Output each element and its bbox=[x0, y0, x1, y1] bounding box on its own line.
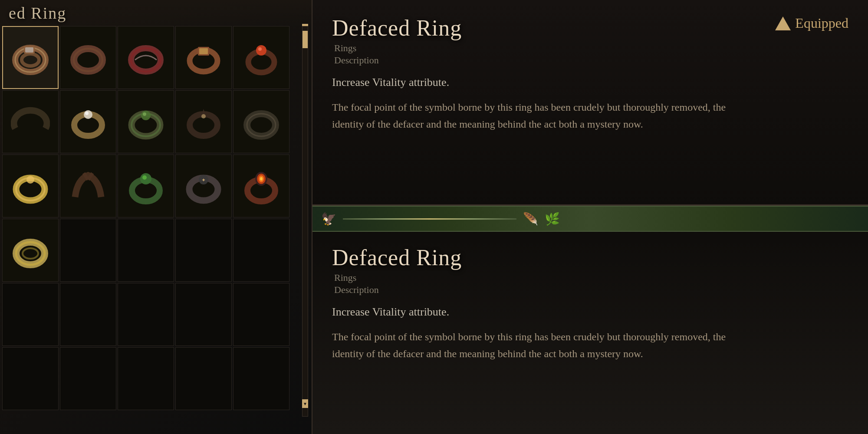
grid-cell-16[interactable] bbox=[60, 219, 116, 282]
panel-title: ed Ring bbox=[0, 0, 312, 26]
svg-point-17 bbox=[85, 112, 89, 115]
svg-point-24 bbox=[201, 114, 206, 118]
svg-text:✦: ✦ bbox=[201, 177, 206, 183]
grid-cell-3[interactable] bbox=[175, 26, 232, 89]
grid-cell-27[interactable] bbox=[118, 347, 174, 410]
ring-item-0 bbox=[9, 36, 52, 79]
svg-point-21 bbox=[143, 112, 146, 116]
scrollbar-thumb[interactable] bbox=[302, 31, 308, 48]
grid-cell-6[interactable] bbox=[60, 90, 116, 153]
equipped-triangle-icon bbox=[775, 16, 791, 30]
items-grid: ✦ bbox=[0, 24, 299, 412]
grid-cell-0[interactable] bbox=[2, 26, 59, 89]
grid-cell-24[interactable] bbox=[233, 283, 289, 346]
svg-point-34 bbox=[142, 175, 147, 180]
svg-point-14 bbox=[258, 47, 262, 51]
scroll-down-arrow[interactable]: ▼ bbox=[302, 399, 308, 408]
grid-cell-14[interactable] bbox=[233, 155, 289, 217]
svg-point-29 bbox=[26, 176, 34, 184]
svg-rect-11 bbox=[199, 48, 208, 54]
grid-cell-26[interactable] bbox=[60, 347, 116, 410]
item-name-bottom: Defaced Ring bbox=[332, 245, 848, 270]
item-description-top: The focal point of the symbol borne by t… bbox=[332, 99, 744, 132]
item-description-bottom: The focal point of the symbol borne by t… bbox=[332, 329, 744, 362]
grid-cell-7[interactable] bbox=[118, 90, 174, 153]
grid-cell-15[interactable] bbox=[2, 219, 59, 282]
item-category-top: Rings bbox=[332, 43, 848, 54]
ring-item-12 bbox=[124, 164, 168, 208]
grid-cell-20[interactable] bbox=[2, 283, 59, 346]
ring-item-7 bbox=[124, 100, 168, 144]
svg-point-42 bbox=[260, 177, 263, 181]
grid-cell-17[interactable] bbox=[118, 219, 174, 282]
grid-cell-11[interactable] bbox=[60, 155, 116, 217]
grid-cell-9[interactable] bbox=[233, 90, 289, 153]
ring-item-5 bbox=[9, 100, 52, 144]
ring-item-11 bbox=[66, 164, 110, 208]
item-subcategory-bottom: Description bbox=[332, 284, 848, 296]
svg-point-13 bbox=[256, 45, 266, 56]
grid-cell-29[interactable] bbox=[233, 347, 289, 410]
inventory-panel: ed Ring ▲ bbox=[0, 0, 312, 434]
grid-cell-13[interactable]: ✦ bbox=[175, 155, 232, 217]
ring-item-8 bbox=[182, 100, 225, 144]
divider-decorations: 🦅 🪶 🌿 bbox=[321, 212, 560, 226]
grid-cell-12[interactable] bbox=[118, 155, 174, 217]
svg-point-2 bbox=[22, 54, 39, 66]
divider-image: 🦅 🪶 🌿 bbox=[312, 206, 868, 232]
svg-point-45 bbox=[23, 248, 38, 259]
grid-cell-21[interactable] bbox=[60, 283, 116, 346]
equipped-badge: Equipped bbox=[775, 15, 848, 31]
grid-cell-19[interactable] bbox=[233, 219, 289, 282]
item-effect-bottom: Increase Vitality attribute. bbox=[332, 304, 848, 320]
ring-item-9 bbox=[240, 100, 283, 144]
grid-cell-18[interactable] bbox=[175, 219, 232, 282]
grid-cell-25[interactable] bbox=[2, 347, 59, 410]
item-detail-top: Equipped Defaced Ring Rings Description … bbox=[312, 0, 868, 206]
grid-cell-28[interactable] bbox=[175, 347, 232, 410]
decoration-bird-icon: 🦅 bbox=[321, 212, 336, 226]
grid-cell-5[interactable] bbox=[2, 90, 59, 153]
item-effect-top: Increase Vitality attribute. bbox=[332, 75, 848, 90]
ring-item-3 bbox=[182, 36, 225, 79]
grid-cell-2[interactable] bbox=[118, 26, 174, 89]
item-category-bottom: Rings bbox=[332, 272, 848, 283]
decoration-line bbox=[343, 218, 516, 220]
ring-item-13: ✦ bbox=[182, 164, 225, 208]
ring-item-6 bbox=[66, 100, 110, 144]
svg-point-20 bbox=[141, 111, 151, 120]
item-detail-panel: Equipped Defaced Ring Rings Description … bbox=[312, 0, 868, 434]
ring-item-2 bbox=[124, 36, 168, 79]
scrollbar[interactable] bbox=[302, 26, 308, 417]
grid-cell-1[interactable] bbox=[60, 26, 116, 89]
item-subcategory-top: Description bbox=[332, 55, 848, 66]
ring-item-1 bbox=[66, 36, 110, 79]
grid-cell-4[interactable] bbox=[233, 26, 289, 89]
decoration-feather-icon: 🪶 bbox=[523, 212, 538, 226]
svg-rect-4 bbox=[25, 47, 33, 53]
ring-item-10 bbox=[9, 164, 52, 208]
ring-item-14 bbox=[240, 164, 283, 208]
grid-cell-22[interactable] bbox=[118, 283, 174, 346]
ring-item-4 bbox=[240, 36, 283, 79]
decoration-wing-icon: 🌿 bbox=[545, 212, 560, 226]
grid-cell-23[interactable] bbox=[175, 283, 232, 346]
item-detail-bottom: Defaced Ring Rings Description Increase … bbox=[312, 232, 868, 434]
ring-item-15 bbox=[9, 229, 52, 272]
equipped-label: Equipped bbox=[795, 15, 848, 31]
item-name-top: Defaced Ring bbox=[332, 15, 848, 41]
grid-cell-8[interactable] bbox=[175, 90, 232, 153]
grid-cell-10[interactable] bbox=[2, 155, 59, 217]
svg-point-16 bbox=[84, 110, 92, 119]
